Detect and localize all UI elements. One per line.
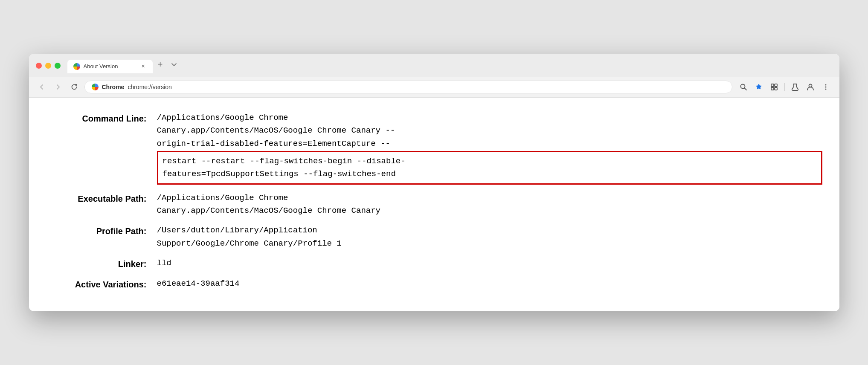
svg-line-1: [744, 88, 746, 90]
labs-button[interactable]: [788, 80, 802, 94]
tabs-row: About Version ✕ +: [67, 58, 180, 73]
menu-button[interactable]: [819, 80, 833, 94]
close-button[interactable]: [36, 63, 42, 69]
url-favicon-icon: [92, 84, 99, 90]
linker-label: Linker:: [46, 257, 157, 270]
toolbar-actions: [737, 80, 833, 94]
svg-rect-5: [775, 87, 777, 90]
command-line-value: /Applications/Google ChromeCanary.app/Co…: [157, 111, 822, 185]
back-icon: [38, 84, 45, 90]
svg-rect-4: [771, 87, 774, 90]
svg-rect-2: [771, 84, 774, 87]
command-line-row: Command Line: /Applications/Google Chrom…: [46, 111, 822, 185]
active-variations-value: e61eae14-39aaf314: [157, 277, 822, 290]
search-icon: [740, 83, 747, 91]
tab-list-button[interactable]: [168, 59, 180, 71]
svg-rect-3: [775, 84, 777, 87]
maximize-button[interactable]: [55, 63, 61, 69]
command-line-normal-text: /Applications/Google ChromeCanary.app/Co…: [157, 111, 822, 150]
title-bar-top: About Version ✕ +: [36, 58, 833, 73]
forward-icon: [55, 84, 61, 90]
active-variations-row: Active Variations: e61eae14-39aaf314: [46, 277, 822, 291]
chevron-down-icon: [171, 63, 177, 67]
profile-path-value: /Users/dutton/Library/Application Suppor…: [157, 224, 822, 250]
svg-point-8: [825, 84, 826, 85]
back-button[interactable]: [36, 81, 48, 93]
profile-path-label: Profile Path:: [46, 224, 157, 238]
linker-value: lld: [157, 257, 822, 269]
profile-icon: [807, 83, 814, 91]
url-bar[interactable]: Chrome chrome://version: [84, 81, 732, 93]
url-site-label: Chrome: [102, 84, 125, 90]
title-bar: About Version ✕ +: [29, 54, 839, 77]
svg-point-9: [825, 86, 826, 87]
minimize-button[interactable]: [45, 63, 51, 69]
active-tab[interactable]: About Version ✕: [67, 60, 153, 73]
new-tab-button[interactable]: +: [154, 58, 167, 72]
bookmark-button[interactable]: [752, 80, 766, 94]
reload-button[interactable]: [68, 81, 80, 93]
executable-path-value: /Applications/Google Chrome Canary.app/C…: [157, 191, 822, 217]
more-options-icon: [822, 83, 830, 91]
tab-close-button[interactable]: ✕: [140, 63, 147, 70]
extensions-button[interactable]: [767, 80, 781, 94]
extensions-icon: [770, 83, 778, 91]
tab-label: About Version: [84, 63, 136, 70]
search-button[interactable]: [737, 80, 750, 94]
command-line-highlighted-text: restart --restart --flag-switches-begin …: [157, 151, 822, 185]
forward-button[interactable]: [52, 81, 64, 93]
window-controls: [36, 63, 61, 69]
page-content: Command Line: /Applications/Google Chrom…: [29, 98, 839, 312]
command-line-label: Command Line:: [46, 111, 157, 125]
star-icon: [755, 83, 763, 91]
url-text: chrome://version: [128, 84, 171, 90]
profile-path-row: Profile Path: /Users/dutton/Library/Appl…: [46, 224, 822, 250]
reload-icon: [71, 84, 78, 90]
executable-path-label: Executable Path:: [46, 191, 157, 205]
tab-favicon: [73, 63, 80, 70]
linker-row: Linker: lld: [46, 257, 822, 270]
toolbar-divider: [784, 83, 785, 91]
active-variations-label: Active Variations:: [46, 277, 157, 291]
executable-path-row: Executable Path: /Applications/Google Ch…: [46, 191, 822, 217]
address-bar: Chrome chrome://version: [29, 77, 839, 98]
labs-icon: [791, 83, 799, 91]
svg-point-10: [825, 88, 826, 90]
profile-button[interactable]: [804, 80, 817, 94]
browser-window: About Version ✕ +: [29, 54, 839, 312]
